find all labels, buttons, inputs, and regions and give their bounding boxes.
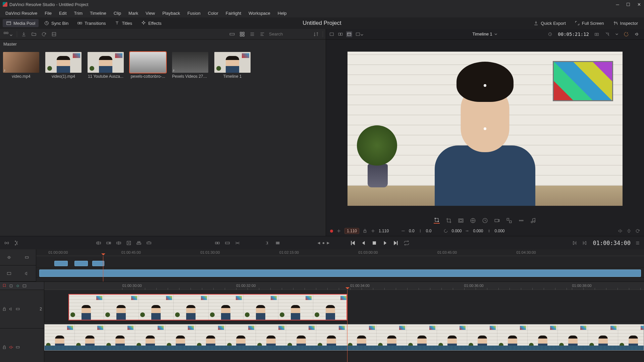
free-track-button[interactable]	[24, 255, 29, 260]
close-up-button[interactable]	[126, 240, 131, 246]
menu-file[interactable]: File	[41, 10, 55, 17]
menu-fairlight[interactable]: Fairlight	[222, 10, 245, 17]
media-clip[interactable]: Timeline 1	[213, 52, 252, 79]
timeline-clip-v2[interactable]	[68, 294, 347, 320]
track-icon[interactable]	[15, 307, 20, 311]
reset-transform-button[interactable]	[635, 229, 640, 233]
boring-detector-button[interactable]	[4, 240, 9, 246]
stabilize-button[interactable]	[470, 218, 476, 224]
media-clip[interactable]: video(1).mp4	[44, 52, 83, 79]
source-viewer-button[interactable]	[329, 31, 335, 37]
timeline-timecode[interactable]: 01:00:34:00	[593, 240, 631, 246]
anchor-x-value[interactable]: 0.000	[473, 229, 483, 233]
menu-fusion[interactable]: Fusion	[184, 10, 204, 17]
menu-help[interactable]: Help	[274, 10, 290, 17]
snapshot-button[interactable]	[594, 31, 600, 37]
lock-icon[interactable]	[2, 345, 7, 350]
place-on-top-button[interactable]	[136, 240, 142, 246]
media-clip[interactable]: ♪11 Youtube Ausza...	[87, 52, 125, 79]
track-opts-button[interactable]	[22, 284, 27, 288]
menu-playback[interactable]: Playback	[159, 10, 183, 17]
pos-x-value[interactable]: 0.0	[409, 229, 415, 233]
speaker-icon[interactable]	[9, 307, 13, 311]
timeline-mode-button[interactable]	[275, 240, 280, 246]
sort-button[interactable]	[313, 31, 319, 38]
pos-y-value[interactable]: 0.0	[426, 229, 432, 233]
chevron-down-icon[interactable]	[494, 33, 498, 36]
menu-davinci-resolve[interactable]: DaVinci Resolve	[2, 10, 41, 17]
lock-icon[interactable]	[2, 307, 7, 311]
fast-review-button[interactable]	[265, 240, 270, 246]
stop-button[interactable]	[371, 240, 377, 246]
list-view-button[interactable]	[249, 31, 256, 38]
thumbnail-view-button[interactable]	[239, 31, 246, 38]
window-close-button[interactable]: ✕	[637, 2, 641, 7]
timeline-viewer-button[interactable]	[346, 31, 352, 37]
overview-track-2[interactable]	[36, 260, 644, 267]
append-button[interactable]	[106, 240, 111, 246]
zoom-y-value[interactable]: 1.110	[379, 229, 389, 233]
menu-trim[interactable]: Trim	[71, 10, 86, 17]
media-clip[interactable]: ♪Pexels Videos 279...	[171, 52, 209, 79]
transform-rotate-handle[interactable]	[484, 84, 486, 87]
speed-editor-icon[interactable]	[547, 31, 553, 37]
search-input[interactable]	[269, 32, 309, 37]
split-button[interactable]	[14, 240, 19, 246]
panel-tab-effects[interactable]: Effects	[138, 19, 165, 27]
chevron-down-icon[interactable]	[615, 33, 619, 36]
menu-color[interactable]: Color	[205, 10, 222, 17]
video-only-button[interactable]	[7, 271, 11, 276]
skip-forward-button[interactable]	[393, 240, 399, 246]
overview-track-1[interactable]	[36, 269, 644, 278]
timeline-playhead[interactable]	[347, 290, 347, 362]
menu-timeline[interactable]: Timeline	[87, 10, 110, 17]
video-track-2[interactable]	[44, 293, 644, 321]
play-button[interactable]	[382, 240, 388, 246]
media-clip[interactable]: ♪video.mp4	[2, 52, 40, 79]
marker-icon[interactable]	[2, 284, 7, 288]
loop-button[interactable]	[404, 240, 410, 246]
panel-tab-titles[interactable]: Titles	[111, 19, 136, 27]
flip-h-button[interactable]	[618, 229, 623, 233]
sync-button[interactable]	[51, 31, 57, 38]
menu-edit[interactable]: Edit	[56, 10, 70, 17]
track-icon[interactable]	[15, 345, 20, 350]
transform-handle[interactable]	[484, 127, 486, 130]
media-clip[interactable]: pexels-cottonbro-...	[129, 52, 167, 79]
source-overwrite-button[interactable]	[146, 240, 152, 246]
overview-playhead[interactable]	[103, 256, 103, 282]
dynamic-zoom-button[interactable]	[458, 218, 464, 224]
import-folder-button[interactable]	[31, 31, 37, 38]
skip-back-button[interactable]	[350, 240, 356, 246]
color-tool-button[interactable]	[506, 218, 512, 224]
camera-tool-button[interactable]	[494, 218, 500, 224]
prev-frame-button[interactable]	[361, 240, 367, 246]
track-header-v2[interactable]: 2	[0, 290, 44, 328]
mute-button[interactable]	[634, 31, 640, 37]
import-media-button[interactable]	[20, 31, 27, 38]
bypass-button[interactable]	[604, 31, 610, 37]
panel-tab-transitions[interactable]: Transitions	[74, 19, 109, 27]
window-maximize-button[interactable]: ☐	[626, 2, 631, 7]
audio-trim-button[interactable]	[24, 271, 29, 276]
video-track-1[interactable]	[44, 323, 644, 352]
audio-levels-button[interactable]	[530, 218, 536, 224]
snap-button[interactable]	[9, 284, 13, 288]
speed-tool-button[interactable]	[482, 218, 488, 224]
strip-view-button[interactable]	[229, 31, 235, 38]
rotation-value[interactable]: 0.000	[451, 229, 462, 233]
timeline-options-button[interactable]	[635, 241, 640, 245]
dissolve-button[interactable]	[215, 240, 220, 246]
panel-tab-inspector[interactable]: Inspector	[609, 19, 641, 27]
smooth-cut-button[interactable]	[235, 240, 240, 246]
crop-tool-button[interactable]	[446, 218, 452, 224]
metadata-view-button[interactable]	[259, 31, 266, 38]
link-button[interactable]	[15, 284, 20, 288]
window-minimize-button[interactable]: ─	[615, 2, 620, 7]
timeline-clip-v1[interactable]	[44, 324, 644, 351]
refresh-button[interactable]	[41, 31, 47, 38]
audio-tool-button[interactable]	[518, 218, 524, 224]
menu-mark[interactable]: Mark	[125, 10, 142, 17]
mute-icon[interactable]	[9, 345, 13, 350]
jog-indicator[interactable]: ◄ ● ►	[317, 240, 330, 245]
